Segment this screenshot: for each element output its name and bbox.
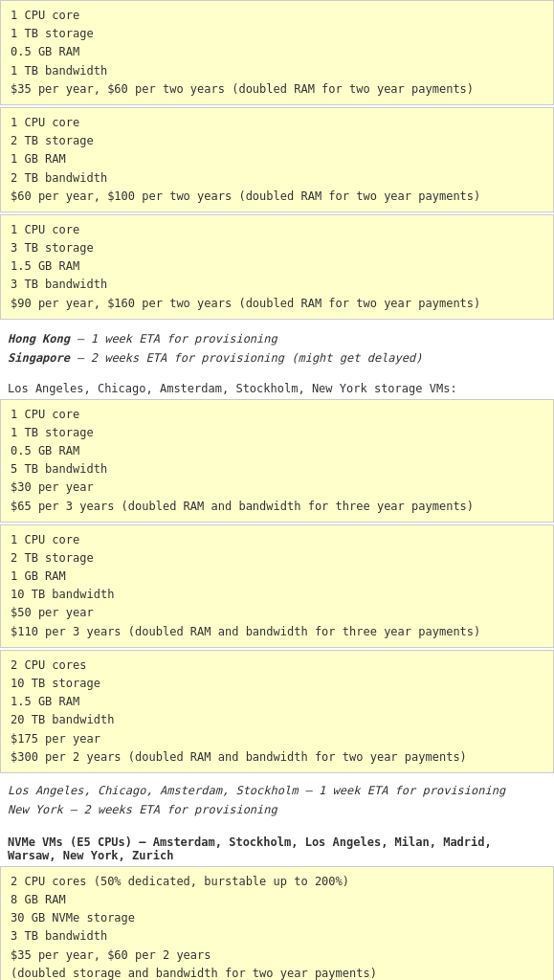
plan-spec: 2 CPU cores (50% dedicated, burstable up… xyxy=(11,873,543,891)
plan-box: 1 CPU core 1 TB storage 0.5 GB RAM 1 TB … xyxy=(0,0,554,105)
eta-note: Singapore – 2 weeks ETA for provisioning… xyxy=(8,348,546,368)
plan-spec: 1 CPU core xyxy=(11,7,543,25)
plan-box: 1 CPU core 1 TB storage 0.5 GB RAM 5 TB … xyxy=(0,399,554,523)
plan-group-2: 1 CPU core 1 TB storage 0.5 GB RAM 5 TB … xyxy=(0,399,554,773)
plan-price-alt: $110 per 3 years (doubled RAM and bandwi… xyxy=(11,623,543,641)
plan-spec: 8 GB RAM xyxy=(11,891,543,909)
plan-spec: 1 CPU core xyxy=(11,531,543,549)
plan-spec: 2 TB storage xyxy=(11,132,543,150)
plan-spec: 2 TB bandwidth xyxy=(11,169,543,188)
plan-spec: 2 CPU cores xyxy=(11,657,543,675)
plan-spec: 5 TB bandwidth xyxy=(11,460,543,479)
plan-box: 1 CPU core 3 TB storage 1.5 GB RAM 3 TB … xyxy=(0,214,554,320)
plan-price: $90 per year, $160 per two years (double… xyxy=(11,295,543,313)
plan-price: $175 per year xyxy=(11,730,543,748)
plan-spec: 0.5 GB RAM xyxy=(11,442,543,460)
plan-spec: 0.5 GB RAM xyxy=(11,43,543,61)
plan-box: 1 CPU core 2 TB storage 1 GB RAM 2 TB ba… xyxy=(0,107,554,212)
plan-group-3: 2 CPU cores (50% dedicated, burstable up… xyxy=(0,866,554,980)
plan-price-alt: $300 per 2 years (doubled RAM and bandwi… xyxy=(11,748,543,767)
plan-price: $35 per year, $60 per two years (doubled… xyxy=(11,80,543,99)
plan-spec: 1 CPU core xyxy=(11,221,543,239)
plan-price: $60 per year, $100 per two years (double… xyxy=(11,188,543,206)
plan-spec: 1.5 GB RAM xyxy=(11,693,543,711)
plan-price-alt: $65 per 3 years (doubled RAM and bandwid… xyxy=(11,498,543,516)
storage-vms-title: Los Angeles, Chicago, Amsterdam, Stockho… xyxy=(0,374,554,399)
plan-group-1: 1 CPU core 1 TB storage 0.5 GB RAM 1 TB … xyxy=(0,0,554,320)
plan-spec: 10 TB storage xyxy=(11,675,543,693)
eta-note-item: Los Angeles, Chicago, Amsterdam, Stockho… xyxy=(8,781,546,800)
nvme-section-title: NVMe VMs (E5 CPUs) – Amsterdam, Stockhol… xyxy=(0,828,554,866)
plan-box: 1 CPU core 2 TB storage 1 GB RAM 10 TB b… xyxy=(0,524,554,648)
plan-price: $50 per year xyxy=(11,604,543,622)
eta-note: Hong Kong – 1 week ETA for provisioning xyxy=(8,329,546,348)
plan-spec: 1 GB RAM xyxy=(11,568,543,586)
plan-spec: 1.5 GB RAM xyxy=(11,257,543,276)
plan-note: (doubled storage and bandwidth for two y… xyxy=(11,965,543,980)
plan-price: $35 per year, $60 per 2 years xyxy=(11,947,543,965)
eta-group-2: Los Angeles, Chicago, Amsterdam, Stockho… xyxy=(0,775,554,828)
eta-note-item: New York – 2 weeks ETA for provisioning xyxy=(8,800,546,819)
plan-spec: 1 TB bandwidth xyxy=(11,62,543,80)
eta-group-1: Hong Kong – 1 week ETA for provisioning … xyxy=(0,322,554,374)
plan-price: $30 per year xyxy=(11,479,543,497)
plan-spec: 1 TB storage xyxy=(11,424,543,442)
plan-box: 2 CPU cores (50% dedicated, burstable up… xyxy=(0,866,554,980)
plan-spec: 1 CPU core xyxy=(11,114,543,132)
plan-spec: 1 TB storage xyxy=(11,25,543,43)
section-heading: Los Angeles, Chicago, Amsterdam, Stockho… xyxy=(8,382,546,395)
plan-spec: 3 TB bandwidth xyxy=(11,927,543,946)
plan-spec: 3 TB bandwidth xyxy=(11,276,543,294)
nvme-heading: NVMe VMs (E5 CPUs) – Amsterdam, Stockhol… xyxy=(8,835,546,862)
plan-spec: 3 TB storage xyxy=(11,239,543,257)
plan-spec: 1 GB RAM xyxy=(11,150,543,168)
plan-box: 2 CPU cores 10 TB storage 1.5 GB RAM 20 … xyxy=(0,650,554,773)
plan-spec: 20 TB bandwidth xyxy=(11,711,543,729)
plan-spec: 10 TB bandwidth xyxy=(11,586,543,604)
plan-spec: 1 CPU core xyxy=(11,406,543,424)
plan-spec: 30 GB NVMe storage xyxy=(11,909,543,927)
plan-spec: 2 TB storage xyxy=(11,549,543,568)
